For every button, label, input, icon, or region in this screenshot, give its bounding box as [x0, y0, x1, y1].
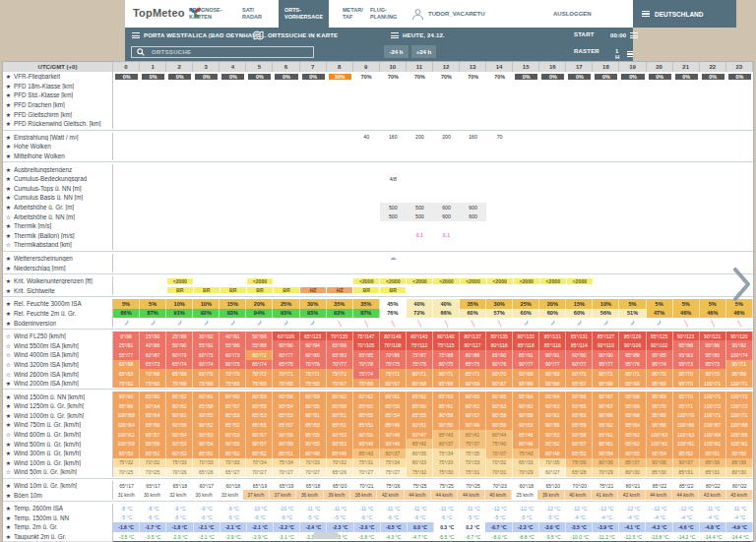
- data-cell: 90°/61: [539, 411, 566, 421]
- data-cell: -5 °C: [460, 513, 486, 523]
- data-cell: [460, 164, 486, 174]
- language-selector[interactable]: DEUTSCHLAND: [633, 0, 736, 28]
- favorite-star-icon[interactable]: ☆: [3, 241, 14, 248]
- favorite-star-icon[interactable]: ★: [3, 450, 14, 456]
- favorite-star-icon[interactable]: ★: [3, 320, 14, 327]
- raster-value-control[interactable]: 1 H: [615, 48, 633, 60]
- favorite-star-icon[interactable]: ☆: [3, 213, 14, 220]
- data-cell: [220, 193, 246, 203]
- favorite-star-icon[interactable]: ★: [3, 101, 14, 108]
- favorite-star-icon[interactable]: ★: [3, 402, 14, 409]
- favorite-star-icon[interactable]: ★: [3, 232, 14, 239]
- favorite-star-icon[interactable]: ★: [3, 111, 14, 118]
- tab-metar-taf[interactable]: METAR/ TAF: [343, 0, 363, 28]
- data-cell: [566, 221, 593, 231]
- logout-link[interactable]: AUSLOGGEN: [553, 0, 592, 28]
- favorite-star-icon[interactable]: ☆: [3, 468, 14, 475]
- data-cell: [407, 263, 433, 272]
- data-cell: 95°/66: [539, 379, 566, 389]
- favorite-star-icon[interactable]: ★: [3, 459, 14, 466]
- data-cell: 70°/27: [300, 467, 327, 477]
- data-cell: 80°/35: [407, 449, 433, 458]
- favorite-star-icon[interactable]: ★: [3, 91, 14, 98]
- data-cell: 85°/55: [353, 411, 380, 421]
- favorite-star-icon[interactable]: ★: [3, 134, 14, 141]
- favorite-star-icon[interactable]: ☆: [3, 371, 14, 378]
- raster-control[interactable]: Raster: [574, 48, 599, 54]
- user-menu[interactable]: TUDOR_VACARETU: [411, 0, 485, 28]
- favorite-star-icon[interactable]: ★: [3, 185, 14, 192]
- data-cell: [433, 263, 460, 272]
- data-cell: [433, 221, 460, 231]
- data-cell: [246, 151, 273, 161]
- data-cell: 90°/49: [460, 420, 486, 430]
- tab-prognose-karten[interactable]: PROGNOSE- KARTEN: [189, 0, 222, 28]
- favorite-star-icon[interactable]: ★: [3, 143, 14, 150]
- data-cell: <2000: [246, 276, 273, 286]
- favorite-star-icon[interactable]: ★: [3, 194, 14, 201]
- start-time-control[interactable]: Start: [574, 31, 595, 37]
- favorite-star-icon[interactable]: ☆: [3, 351, 14, 358]
- favorite-star-icon[interactable]: ★: [3, 482, 14, 489]
- data-cell: [113, 240, 140, 250]
- data-cell: [140, 164, 166, 174]
- favorite-star-icon[interactable]: ☆: [3, 431, 14, 438]
- data-cell: -12 °C: [566, 504, 593, 513]
- favorite-star-icon[interactable]: ★: [3, 222, 14, 229]
- data-cell: 80°/44: [486, 430, 513, 440]
- next-24h-button[interactable]: +24 h: [411, 45, 436, 58]
- favorite-star-icon[interactable]: ☆: [3, 361, 14, 368]
- favorite-star-icon[interactable]: ★: [3, 73, 14, 80]
- data-cell: BR: [353, 285, 380, 295]
- data-cell: [566, 184, 593, 194]
- favorite-star-icon[interactable]: ★: [3, 120, 14, 127]
- prev-24h-button[interactable]: -24 h: [384, 45, 409, 58]
- favorite-star-icon[interactable]: ★: [3, 380, 14, 387]
- data-cell: 0%: [593, 72, 619, 82]
- data-cell: -6 °C: [220, 513, 246, 523]
- favorite-star-icon[interactable]: ★: [3, 310, 14, 317]
- data-cell: <2000: [486, 276, 513, 286]
- favorite-star-icon[interactable]: ★: [3, 393, 14, 400]
- favorite-star-icon[interactable]: ★: [3, 412, 14, 419]
- favorite-star-icon[interactable]: ★: [3, 204, 14, 211]
- favorite-star-icon[interactable]: ☆: [3, 342, 14, 349]
- favorite-star-icon[interactable]: ★: [3, 287, 14, 294]
- favorite-star-icon[interactable]: ★: [3, 277, 14, 284]
- time-scrollbar-thumb[interactable]: [313, 532, 339, 539]
- favorite-star-icon[interactable]: ★: [3, 533, 14, 540]
- favorite-star-icon[interactable]: ★: [3, 83, 14, 90]
- favorite-star-icon[interactable]: ★: [3, 505, 14, 512]
- favorite-star-icon[interactable]: ★: [3, 523, 14, 530]
- favorite-star-icon[interactable]: ★: [3, 255, 14, 262]
- date-selector[interactable]: HEUTE, 24.12.: [391, 31, 445, 40]
- data-cell: [113, 184, 140, 194]
- favorite-star-icon[interactable]: ★: [3, 421, 14, 428]
- data-cell: [327, 82, 353, 91]
- map-search-button[interactable]: ORTSSUCHE IN KARTE: [253, 30, 338, 40]
- favorite-star-icon[interactable]: ★: [3, 441, 14, 448]
- data-cell: 85°/51: [193, 449, 220, 458]
- tab-sat-radar[interactable]: SAT/ RADAR: [242, 0, 262, 28]
- favorite-star-icon[interactable]: ☆: [3, 332, 14, 339]
- data-cell: [513, 221, 539, 231]
- search-input[interactable]: [150, 48, 291, 56]
- favorite-star-icon[interactable]: ★: [3, 492, 14, 499]
- data-cell: [113, 193, 140, 203]
- favorite-star-icon[interactable]: ★: [3, 300, 14, 307]
- data-cell: [380, 82, 407, 91]
- favorite-star-icon[interactable]: ★: [3, 152, 14, 159]
- tab-orts-vorhersage[interactable]: ORTS- VORHERSAGE: [279, 0, 329, 28]
- tab-flug-planung[interactable]: FLUG- PLANUNG: [370, 0, 397, 28]
- location-selector[interactable]: PORTA WESTFALICA (BAD OEYNHAUS...: [132, 31, 267, 40]
- inversion-stable-icon: ): [177, 320, 182, 326]
- data-cell: -0.7 °C: [485, 522, 512, 532]
- favorite-star-icon[interactable]: ★: [3, 265, 14, 271]
- data-cell: 70°/34: [246, 458, 273, 468]
- next-day-chevron-icon[interactable]: [732, 268, 752, 301]
- favorite-star-icon[interactable]: ★: [3, 166, 14, 173]
- data-cell: 0%: [700, 72, 726, 82]
- start-time-value[interactable]: 00:00: [610, 31, 638, 40]
- favorite-star-icon[interactable]: ★: [3, 175, 14, 182]
- favorite-star-icon[interactable]: ★: [3, 514, 14, 521]
